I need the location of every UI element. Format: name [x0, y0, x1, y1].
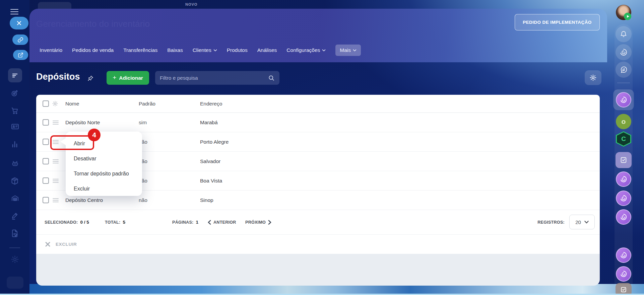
menu-item-desativar[interactable]: Desativar	[66, 151, 142, 166]
plus-icon: +	[113, 74, 116, 81]
bar-chart-icon[interactable]	[11, 140, 19, 149]
bulk-action-bar: EXCLUIR	[36, 234, 600, 254]
settings-gear-icon[interactable]	[11, 255, 19, 264]
robot-icon[interactable]	[11, 159, 19, 167]
row-checkbox[interactable]	[43, 158, 49, 164]
column-header-nome[interactable]: Nome	[65, 101, 79, 107]
gear-icon	[589, 74, 597, 81]
pagination-bar: SELECIONADO:0 / 5 TOTAL:5 PÁGINAS:1 ANTE…	[36, 210, 600, 234]
row-checkbox[interactable]	[43, 119, 49, 126]
chat-transfer-button[interactable]	[616, 62, 632, 78]
nav-analises[interactable]: Análises	[257, 47, 277, 53]
browser-tab-stub	[38, 2, 71, 9]
nav-baixas[interactable]: Baixas	[167, 47, 183, 53]
app-swirl[interactable]	[616, 266, 631, 282]
row-checkbox[interactable]	[43, 177, 49, 184]
menu-icon[interactable]	[10, 8, 19, 15]
nav-clientes[interactable]: Clientes	[193, 47, 217, 53]
novo-badge: NOVO	[185, 2, 197, 6]
warehouse-icon[interactable]	[11, 194, 19, 202]
table-header-row: Nome Padrão Endereço	[36, 95, 600, 113]
app-green-o[interactable]: o	[616, 114, 631, 129]
context-menu-arrow	[60, 138, 66, 145]
columns-gear-icon[interactable]	[52, 100, 58, 107]
checkbox-icon	[620, 286, 627, 293]
next-page-button[interactable]: PRÓXIMO	[245, 210, 271, 234]
page-title: Depósitos	[36, 72, 80, 82]
nav-mais[interactable]: Mais	[335, 45, 361, 56]
app-swirl[interactable]	[616, 171, 631, 187]
annotation-step-badge: 4	[88, 129, 101, 141]
app-swirl[interactable]	[616, 209, 631, 225]
main-nav: Inventário Pedidos de venda Transferênci…	[40, 43, 361, 58]
chevron-right-icon	[268, 220, 271, 225]
app-checkbox[interactable]	[616, 152, 632, 168]
row-menu-icon[interactable]	[53, 178, 59, 183]
checkbox-icon	[620, 156, 627, 164]
page-settings-button[interactable]	[585, 70, 601, 85]
nav-produtos[interactable]: Produtos	[227, 47, 248, 53]
chevron-down-icon	[322, 49, 326, 52]
user-avatar-2[interactable]	[616, 228, 631, 244]
select-all-checkbox[interactable]	[43, 100, 49, 107]
shopping-cart-icon[interactable]	[11, 106, 19, 115]
column-header-padrao[interactable]: Padrão	[139, 101, 155, 107]
nav-inventario[interactable]: Inventário	[40, 47, 62, 53]
menu-item-excluir[interactable]: Excluir	[66, 181, 142, 196]
bulk-delete-button[interactable]: EXCLUIR	[56, 242, 77, 247]
swirl-logo-button[interactable]	[616, 44, 632, 60]
prev-page-button[interactable]: ANTERIOR	[208, 210, 236, 234]
search-input[interactable]	[160, 75, 268, 81]
delete-x-icon	[45, 242, 50, 247]
id-card-icon[interactable]	[11, 123, 19, 131]
records-label: REGISTROS:	[537, 210, 565, 234]
chat-arrows-icon	[620, 66, 628, 74]
filter-icon	[11, 71, 19, 79]
swirl-icon	[620, 48, 628, 56]
menu-item-tornar-padrao[interactable]: Tornar depósito padrão	[66, 166, 142, 181]
row-checkbox[interactable]	[43, 197, 49, 203]
table-row[interactable]: Depósito Norte sim Marabá	[36, 113, 600, 132]
add-button[interactable]: + Adicionar	[107, 71, 149, 85]
nav-pedidos-de-venda[interactable]: Pedidos de venda	[72, 47, 114, 53]
app-checkbox-2[interactable]	[616, 283, 632, 295]
annotation-highlight-box	[50, 135, 94, 150]
app-swirl[interactable]	[616, 247, 631, 263]
target-icon[interactable]	[11, 89, 19, 97]
chevron-down-icon	[584, 221, 589, 224]
right-sidebar-divider	[617, 83, 630, 83]
app-hexagon-c[interactable]: C	[616, 131, 631, 147]
total-count: TOTAL:5	[105, 210, 125, 234]
play-badge-icon[interactable]	[624, 13, 631, 20]
app-swirl[interactable]	[616, 191, 631, 206]
row-menu-icon[interactable]	[53, 198, 59, 203]
link-button[interactable]	[12, 34, 28, 45]
close-icon	[16, 20, 22, 26]
pencil-icon[interactable]	[11, 212, 19, 220]
nav-configuracoes[interactable]: Configurações	[286, 47, 326, 53]
row-checkbox[interactable]	[43, 139, 49, 145]
link-icon	[17, 37, 23, 43]
search-box[interactable]	[155, 71, 279, 85]
row-menu-icon[interactable]	[53, 159, 59, 164]
row-menu-icon[interactable]	[53, 120, 59, 125]
implementation-request-button[interactable]: PEDIDO DE IMPLEMENTAÇÃO	[515, 14, 600, 30]
sidebar-divider	[9, 247, 20, 248]
records-per-page-select[interactable]: 20	[569, 215, 595, 229]
column-header-endereco[interactable]: Endereço	[200, 101, 222, 107]
search-icon[interactable]	[268, 75, 275, 81]
app-swirl-active[interactable]	[616, 92, 631, 107]
package-icon[interactable]	[11, 177, 19, 186]
chevron-left-icon	[208, 220, 211, 225]
close-button[interactable]	[10, 17, 28, 29]
pages-count: PÁGINAS:1	[172, 210, 198, 234]
document-edit-icon[interactable]	[11, 229, 19, 238]
notifications-button[interactable]	[616, 26, 632, 42]
nav-transferencias[interactable]: Transferências	[123, 47, 157, 53]
external-link-button[interactable]	[13, 50, 28, 60]
bottom-edge-bar	[0, 294, 644, 295]
bell-icon	[620, 30, 627, 38]
pin-icon[interactable]	[87, 75, 94, 82]
sidebar-item-filter-active[interactable]	[8, 68, 22, 82]
hexagon-shape: C	[616, 131, 631, 147]
